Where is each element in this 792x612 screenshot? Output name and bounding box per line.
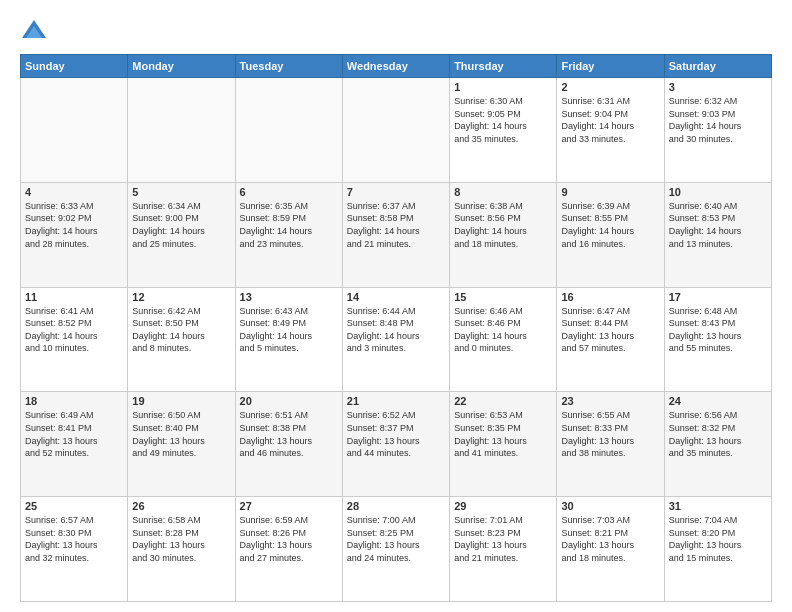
day-number: 12 <box>132 291 230 303</box>
day-info: Sunrise: 6:37 AM Sunset: 8:58 PM Dayligh… <box>347 200 445 250</box>
day-number: 20 <box>240 395 338 407</box>
day-number: 28 <box>347 500 445 512</box>
day-number: 13 <box>240 291 338 303</box>
calendar-day-cell: 12Sunrise: 6:42 AM Sunset: 8:50 PM Dayli… <box>128 287 235 392</box>
day-number: 14 <box>347 291 445 303</box>
day-number: 1 <box>454 81 552 93</box>
calendar-day-cell: 15Sunrise: 6:46 AM Sunset: 8:46 PM Dayli… <box>450 287 557 392</box>
day-info: Sunrise: 6:40 AM Sunset: 8:53 PM Dayligh… <box>669 200 767 250</box>
calendar-day-cell <box>235 78 342 183</box>
day-number: 18 <box>25 395 123 407</box>
day-info: Sunrise: 6:46 AM Sunset: 8:46 PM Dayligh… <box>454 305 552 355</box>
calendar-day-cell: 16Sunrise: 6:47 AM Sunset: 8:44 PM Dayli… <box>557 287 664 392</box>
calendar-week-row: 18Sunrise: 6:49 AM Sunset: 8:41 PM Dayli… <box>21 392 772 497</box>
day-info: Sunrise: 6:35 AM Sunset: 8:59 PM Dayligh… <box>240 200 338 250</box>
day-number: 30 <box>561 500 659 512</box>
calendar-day-cell: 19Sunrise: 6:50 AM Sunset: 8:40 PM Dayli… <box>128 392 235 497</box>
day-info: Sunrise: 6:53 AM Sunset: 8:35 PM Dayligh… <box>454 409 552 459</box>
header <box>20 16 772 44</box>
calendar-day-cell: 31Sunrise: 7:04 AM Sunset: 8:20 PM Dayli… <box>664 497 771 602</box>
header-saturday: Saturday <box>664 55 771 78</box>
day-number: 8 <box>454 186 552 198</box>
day-info: Sunrise: 6:42 AM Sunset: 8:50 PM Dayligh… <box>132 305 230 355</box>
calendar-day-cell: 20Sunrise: 6:51 AM Sunset: 8:38 PM Dayli… <box>235 392 342 497</box>
weekday-header-row: Sunday Monday Tuesday Wednesday Thursday… <box>21 55 772 78</box>
day-number: 7 <box>347 186 445 198</box>
day-number: 5 <box>132 186 230 198</box>
day-info: Sunrise: 6:48 AM Sunset: 8:43 PM Dayligh… <box>669 305 767 355</box>
day-number: 4 <box>25 186 123 198</box>
header-tuesday: Tuesday <box>235 55 342 78</box>
header-friday: Friday <box>557 55 664 78</box>
day-info: Sunrise: 6:51 AM Sunset: 8:38 PM Dayligh… <box>240 409 338 459</box>
day-number: 24 <box>669 395 767 407</box>
calendar-day-cell: 28Sunrise: 7:00 AM Sunset: 8:25 PM Dayli… <box>342 497 449 602</box>
calendar-day-cell: 14Sunrise: 6:44 AM Sunset: 8:48 PM Dayli… <box>342 287 449 392</box>
day-info: Sunrise: 6:43 AM Sunset: 8:49 PM Dayligh… <box>240 305 338 355</box>
day-info: Sunrise: 6:38 AM Sunset: 8:56 PM Dayligh… <box>454 200 552 250</box>
day-info: Sunrise: 6:44 AM Sunset: 8:48 PM Dayligh… <box>347 305 445 355</box>
calendar-week-row: 25Sunrise: 6:57 AM Sunset: 8:30 PM Dayli… <box>21 497 772 602</box>
day-info: Sunrise: 7:01 AM Sunset: 8:23 PM Dayligh… <box>454 514 552 564</box>
day-info: Sunrise: 7:00 AM Sunset: 8:25 PM Dayligh… <box>347 514 445 564</box>
calendar-day-cell: 3Sunrise: 6:32 AM Sunset: 9:03 PM Daylig… <box>664 78 771 183</box>
calendar-day-cell: 10Sunrise: 6:40 AM Sunset: 8:53 PM Dayli… <box>664 182 771 287</box>
calendar-day-cell: 2Sunrise: 6:31 AM Sunset: 9:04 PM Daylig… <box>557 78 664 183</box>
calendar-week-row: 11Sunrise: 6:41 AM Sunset: 8:52 PM Dayli… <box>21 287 772 392</box>
day-info: Sunrise: 6:56 AM Sunset: 8:32 PM Dayligh… <box>669 409 767 459</box>
calendar-week-row: 1Sunrise: 6:30 AM Sunset: 9:05 PM Daylig… <box>21 78 772 183</box>
calendar-day-cell: 29Sunrise: 7:01 AM Sunset: 8:23 PM Dayli… <box>450 497 557 602</box>
day-info: Sunrise: 6:55 AM Sunset: 8:33 PM Dayligh… <box>561 409 659 459</box>
day-number: 11 <box>25 291 123 303</box>
day-info: Sunrise: 6:31 AM Sunset: 9:04 PM Dayligh… <box>561 95 659 145</box>
calendar-day-cell: 4Sunrise: 6:33 AM Sunset: 9:02 PM Daylig… <box>21 182 128 287</box>
day-number: 2 <box>561 81 659 93</box>
day-info: Sunrise: 6:49 AM Sunset: 8:41 PM Dayligh… <box>25 409 123 459</box>
logo-icon <box>20 16 48 44</box>
day-number: 19 <box>132 395 230 407</box>
day-info: Sunrise: 6:57 AM Sunset: 8:30 PM Dayligh… <box>25 514 123 564</box>
logo <box>20 16 52 44</box>
day-number: 21 <box>347 395 445 407</box>
day-number: 29 <box>454 500 552 512</box>
calendar-day-cell <box>342 78 449 183</box>
day-info: Sunrise: 6:30 AM Sunset: 9:05 PM Dayligh… <box>454 95 552 145</box>
day-number: 17 <box>669 291 767 303</box>
calendar-day-cell: 30Sunrise: 7:03 AM Sunset: 8:21 PM Dayli… <box>557 497 664 602</box>
calendar-day-cell: 8Sunrise: 6:38 AM Sunset: 8:56 PM Daylig… <box>450 182 557 287</box>
calendar-day-cell: 1Sunrise: 6:30 AM Sunset: 9:05 PM Daylig… <box>450 78 557 183</box>
page: Sunday Monday Tuesday Wednesday Thursday… <box>0 0 792 612</box>
calendar-day-cell: 26Sunrise: 6:58 AM Sunset: 8:28 PM Dayli… <box>128 497 235 602</box>
calendar-day-cell: 6Sunrise: 6:35 AM Sunset: 8:59 PM Daylig… <box>235 182 342 287</box>
day-number: 10 <box>669 186 767 198</box>
calendar-header: Sunday Monday Tuesday Wednesday Thursday… <box>21 55 772 78</box>
calendar-day-cell: 21Sunrise: 6:52 AM Sunset: 8:37 PM Dayli… <box>342 392 449 497</box>
calendar-body: 1Sunrise: 6:30 AM Sunset: 9:05 PM Daylig… <box>21 78 772 602</box>
day-number: 3 <box>669 81 767 93</box>
day-number: 9 <box>561 186 659 198</box>
day-number: 31 <box>669 500 767 512</box>
calendar-day-cell: 23Sunrise: 6:55 AM Sunset: 8:33 PM Dayli… <box>557 392 664 497</box>
day-info: Sunrise: 6:50 AM Sunset: 8:40 PM Dayligh… <box>132 409 230 459</box>
calendar-day-cell: 25Sunrise: 6:57 AM Sunset: 8:30 PM Dayli… <box>21 497 128 602</box>
calendar-day-cell <box>128 78 235 183</box>
header-wednesday: Wednesday <box>342 55 449 78</box>
calendar-day-cell: 9Sunrise: 6:39 AM Sunset: 8:55 PM Daylig… <box>557 182 664 287</box>
header-thursday: Thursday <box>450 55 557 78</box>
day-number: 22 <box>454 395 552 407</box>
day-info: Sunrise: 7:03 AM Sunset: 8:21 PM Dayligh… <box>561 514 659 564</box>
calendar-day-cell: 22Sunrise: 6:53 AM Sunset: 8:35 PM Dayli… <box>450 392 557 497</box>
day-info: Sunrise: 6:32 AM Sunset: 9:03 PM Dayligh… <box>669 95 767 145</box>
calendar-day-cell: 13Sunrise: 6:43 AM Sunset: 8:49 PM Dayli… <box>235 287 342 392</box>
calendar-day-cell: 5Sunrise: 6:34 AM Sunset: 9:00 PM Daylig… <box>128 182 235 287</box>
calendar-day-cell: 17Sunrise: 6:48 AM Sunset: 8:43 PM Dayli… <box>664 287 771 392</box>
day-info: Sunrise: 6:58 AM Sunset: 8:28 PM Dayligh… <box>132 514 230 564</box>
day-info: Sunrise: 6:39 AM Sunset: 8:55 PM Dayligh… <box>561 200 659 250</box>
day-info: Sunrise: 6:52 AM Sunset: 8:37 PM Dayligh… <box>347 409 445 459</box>
day-number: 26 <box>132 500 230 512</box>
day-number: 16 <box>561 291 659 303</box>
day-info: Sunrise: 6:33 AM Sunset: 9:02 PM Dayligh… <box>25 200 123 250</box>
header-sunday: Sunday <box>21 55 128 78</box>
calendar-week-row: 4Sunrise: 6:33 AM Sunset: 9:02 PM Daylig… <box>21 182 772 287</box>
day-number: 25 <box>25 500 123 512</box>
